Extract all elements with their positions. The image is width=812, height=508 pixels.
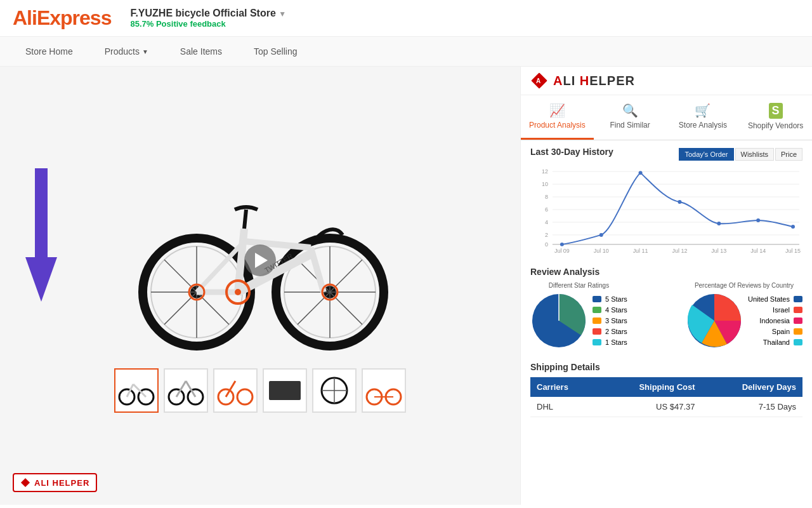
svg-text:4: 4 <box>545 219 548 225</box>
svg-line-30 <box>244 210 246 229</box>
svg-text:12: 12 <box>542 168 548 175</box>
5-stars-label: 5 Stars <box>605 295 627 303</box>
country-spain: Spain <box>772 328 790 335</box>
svg-text:6: 6 <box>545 206 548 213</box>
svg-point-81 <box>678 200 681 204</box>
store-name: F.YUZHE bicycle Official Store ▼ <box>130 8 286 19</box>
star-ratings-label: Different Star Ratings <box>549 282 609 289</box>
nav-sale-items[interactable]: Sale Items <box>167 37 235 66</box>
badge-label: ALI HELPER <box>34 478 89 488</box>
svg-text:A: A <box>536 77 540 84</box>
nav-top-selling[interactable]: Top Selling <box>241 37 310 66</box>
nav-store-home[interactable]: Store Home <box>13 37 86 66</box>
svg-rect-54 <box>21 478 30 487</box>
history-title: Last 30-Day History <box>530 147 613 157</box>
svg-text:2: 2 <box>545 232 548 238</box>
thumbnail-5[interactable] <box>312 368 357 413</box>
svg-text:10: 10 <box>542 181 548 187</box>
country-us: United States <box>748 295 790 303</box>
table-row: DHL US $47.37 7-15 Days <box>530 397 802 417</box>
tab-product-analysis[interactable]: 📈 Product Analysis <box>521 95 594 140</box>
product-area: TWITTER <box>0 146 520 425</box>
review-section: Review Analysis Different Star Ratings <box>521 260 812 356</box>
country-thailand: Thailand <box>763 338 790 346</box>
shipping-table: Carriers Shipping Cost Delivery Days DHL… <box>530 377 802 417</box>
svg-text:Jul 13: Jul 13 <box>711 248 726 254</box>
svg-text:0: 0 <box>545 241 548 248</box>
review-analysis-title: Review Analysis <box>530 267 802 277</box>
tab-find-similar[interactable]: 🔍 Find Similar <box>594 95 667 140</box>
product-image: TWITTER <box>127 159 393 362</box>
aliexpress-logo: AliExpress <box>13 6 111 30</box>
svg-point-78 <box>560 243 564 246</box>
play-icon <box>255 253 268 268</box>
ali-helper-badge: ALI HELPER <box>13 473 97 492</box>
svg-marker-0 <box>25 168 57 302</box>
country-label: Percentage Of Reviews by Country <box>695 282 794 289</box>
country-legend: United States Israel Indonesia Spain Tha… <box>748 295 802 346</box>
ali-helper-logo-icon: A <box>530 72 548 90</box>
svg-text:Jul 15: Jul 15 <box>785 248 801 254</box>
price-button[interactable]: Price <box>775 148 802 161</box>
ali-helper-title: ALI HELPER <box>553 74 635 88</box>
history-section: Last 30-Day History Today's Order Wishli… <box>521 140 812 260</box>
country-israel: Israel <box>773 306 790 314</box>
wishlists-button[interactable]: Wishlists <box>735 148 774 161</box>
svg-point-84 <box>791 225 795 229</box>
star-legend: 5 Stars 4 Stars 3 Stars 2 Stars 1 Stars <box>593 295 627 346</box>
svg-point-80 <box>639 171 643 175</box>
left-panel: TWITTER <box>0 67 520 505</box>
svg-text:Jul 10: Jul 10 <box>594 248 609 254</box>
thumbnail-4[interactable] <box>263 368 307 413</box>
nav-products[interactable]: Products ▼ <box>92 37 161 66</box>
shopify-icon: S <box>769 103 783 119</box>
thumbnail-1[interactable] <box>114 368 159 413</box>
col-carriers: Carriers <box>530 377 598 397</box>
play-button[interactable] <box>244 244 276 276</box>
header: AliExpress F.YUZHE bicycle Official Stor… <box>0 0 812 37</box>
col-delivery-days: Delivery Days <box>702 377 802 397</box>
shipping-section: Shipping Details Carriers Shipping Cost … <box>521 356 812 424</box>
svg-text:8: 8 <box>545 194 548 200</box>
shipping-cost: US $47.37 <box>598 397 702 417</box>
col-shipping-cost: Shipping Cost <box>598 377 702 397</box>
review-charts: Different Star Ratings <box>530 282 802 349</box>
svg-line-28 <box>311 248 324 292</box>
thumbnail-3[interactable] <box>213 368 258 413</box>
history-chart: 12 10 8 6 4 2 0 Jul 09 Jul 10 Jul 11 Jul… <box>530 165 802 254</box>
thumbnail-6[interactable] <box>362 368 406 413</box>
svg-point-82 <box>717 222 721 225</box>
3-stars-label: 3 Stars <box>605 317 627 324</box>
tab-store-analysis[interactable]: 🛒 Store Analysis <box>667 95 740 140</box>
ali-helper-header: A ALI HELPER <box>521 67 812 95</box>
svg-text:Jul 14: Jul 14 <box>750 248 766 254</box>
main-content: TWITTER <box>0 67 812 505</box>
store-feedback: 85.7% Positive feedback <box>130 19 286 29</box>
country-pie-chart <box>686 292 743 349</box>
tab-shopify-vendors[interactable]: S Shopify Vendors <box>739 95 812 140</box>
product-analysis-icon: 📈 <box>549 103 565 118</box>
thumbnail-2[interactable] <box>164 368 208 413</box>
tab-shopify-label: Shopify Vendors <box>748 121 803 130</box>
svg-point-45 <box>237 389 252 404</box>
history-buttons: Today's Order Wishlists Price <box>679 148 802 161</box>
shipping-title: Shipping Details <box>530 362 802 372</box>
svg-rect-47 <box>269 381 301 400</box>
4-stars-label: 4 Stars <box>605 306 627 314</box>
tab-product-analysis-label: Product Analysis <box>529 121 586 130</box>
svg-text:Jul 09: Jul 09 <box>554 248 570 254</box>
delivery-days: 7-15 Days <box>702 397 802 417</box>
country-indonesia: Indonesia <box>759 317 790 324</box>
star-pie-chart <box>530 292 587 349</box>
svg-point-83 <box>756 218 760 222</box>
tab-find-similar-label: Find Similar <box>610 121 650 130</box>
2-stars-label: 2 Stars <box>605 328 627 335</box>
svg-text:Jul 11: Jul 11 <box>633 248 648 254</box>
store-info: F.YUZHE bicycle Official Store ▼ 85.7% P… <box>130 8 286 29</box>
svg-point-79 <box>599 233 603 237</box>
star-ratings-block: Different Star Ratings <box>530 282 627 349</box>
1-stars-label: 1 Stars <box>605 338 627 346</box>
today-order-button[interactable]: Today's Order <box>679 148 733 161</box>
right-panel: A ALI HELPER 📈 Product Analysis 🔍 Find S… <box>520 67 812 505</box>
navigation: Store Home Products ▼ Sale Items Top Sel… <box>0 37 812 67</box>
